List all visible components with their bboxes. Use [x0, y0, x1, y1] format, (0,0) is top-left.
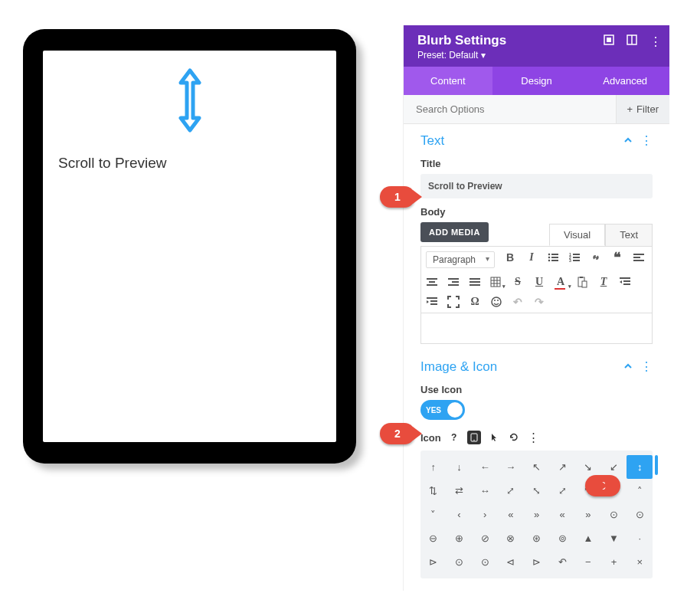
- textcolor-icon[interactable]: A▾: [555, 276, 567, 288]
- svg-rect-17: [633, 257, 640, 258]
- icon-cell[interactable]: ⇅: [420, 479, 447, 503]
- icon-cell[interactable]: ⤢: [549, 479, 575, 503]
- strike-icon[interactable]: S: [512, 276, 524, 288]
- filter-button[interactable]: + Filter: [616, 95, 669, 123]
- align-center-icon[interactable]: [426, 276, 438, 288]
- icon-cell[interactable]: ⤢: [498, 479, 524, 503]
- icon-cell[interactable]: ⊳: [524, 550, 550, 574]
- emoji-icon[interactable]: [490, 296, 502, 308]
- icon-cell[interactable]: ⊛: [524, 526, 550, 550]
- icon-cell[interactable]: ⊕: [447, 526, 473, 550]
- more-icon[interactable]: ⋮: [527, 431, 541, 444]
- expand-icon[interactable]: [604, 34, 614, 45]
- title-input[interactable]: [420, 174, 653, 198]
- icon-cell[interactable]: ⤡: [524, 479, 550, 503]
- icon-cell[interactable]: ⊚: [549, 526, 575, 550]
- icon-cell[interactable]: ↕: [627, 455, 653, 479]
- icon-cell[interactable]: ↑: [420, 455, 447, 479]
- more-icon[interactable]: ⋮: [649, 34, 660, 45]
- use-icon-toggle[interactable]: YES: [420, 400, 465, 420]
- icon-cell[interactable]: ⊙: [472, 550, 498, 574]
- svg-rect-38: [623, 283, 630, 285]
- icon-cell[interactable]: ⇄: [447, 479, 473, 503]
- icon-cell[interactable]: −: [575, 550, 601, 574]
- svg-rect-16: [633, 254, 644, 255]
- reset-icon[interactable]: [507, 431, 521, 444]
- icon-cell[interactable]: ↔: [472, 479, 498, 503]
- icon-cell[interactable]: ⊙: [601, 503, 627, 526]
- collapse-icon[interactable]: [623, 360, 633, 374]
- indent-icon[interactable]: [426, 296, 438, 308]
- scrollbar-thumb[interactable]: [655, 455, 658, 475]
- redo-icon[interactable]: ↷: [533, 296, 545, 308]
- clear-format-icon[interactable]: T: [597, 276, 610, 288]
- cursor-icon[interactable]: [487, 431, 501, 444]
- align-left-icon[interactable]: [633, 251, 645, 264]
- icon-cell[interactable]: ▲: [575, 526, 601, 550]
- section-more-icon[interactable]: ⋮: [640, 361, 653, 373]
- svg-text:3: 3: [569, 258, 571, 263]
- icon-cell[interactable]: ⊳: [420, 550, 447, 574]
- icon-cell[interactable]: ↖: [524, 455, 550, 479]
- outdent-icon[interactable]: [619, 276, 631, 288]
- tab-advanced[interactable]: Advanced: [581, 67, 669, 95]
- italic-icon[interactable]: I: [525, 251, 538, 264]
- icon-cell[interactable]: ⊲: [498, 550, 524, 574]
- table-icon[interactable]: ▾: [490, 276, 502, 288]
- ul-icon[interactable]: [547, 251, 559, 264]
- paragraph-select[interactable]: Paragraph: [426, 251, 495, 268]
- icon-cell[interactable]: →: [498, 455, 524, 479]
- collapse-icon[interactable]: [623, 134, 633, 148]
- icon-cell[interactable]: ×: [627, 550, 653, 574]
- search-input[interactable]: [404, 95, 616, 123]
- fullscreen-icon[interactable]: [447, 296, 460, 308]
- align-right-icon[interactable]: [447, 276, 460, 288]
- icon-cell[interactable]: ˅: [420, 503, 447, 526]
- icon-cell[interactable]: ·: [627, 526, 653, 550]
- underline-icon[interactable]: U: [533, 276, 545, 288]
- icon-cell[interactable]: ⊙: [447, 550, 473, 574]
- icon-cell[interactable]: ⊘: [472, 526, 498, 550]
- updown-arrow-icon: [175, 67, 205, 136]
- tablet-icon[interactable]: [467, 431, 481, 444]
- layout-icon[interactable]: [627, 34, 637, 45]
- quote-icon[interactable]: ❝: [611, 251, 623, 264]
- icon-cell[interactable]: »: [575, 503, 601, 526]
- body-field-label: Body: [420, 206, 653, 218]
- help-icon[interactable]: ?: [447, 431, 461, 444]
- ol-icon[interactable]: 123: [568, 251, 581, 264]
- svg-rect-28: [491, 277, 500, 287]
- icon-cell[interactable]: ↗: [549, 455, 575, 479]
- icon-cell[interactable]: ⊖: [420, 526, 447, 550]
- add-media-button[interactable]: ADD MEDIA: [420, 222, 489, 242]
- section-image-icon: Image & Icon ⋮ Use Icon YES Icon ? ⋮ ↑↓←…: [404, 356, 669, 591]
- icon-cell[interactable]: «: [549, 503, 575, 526]
- icon-cell[interactable]: ⊙: [627, 503, 653, 526]
- omega-icon[interactable]: Ω: [469, 296, 481, 308]
- icon-cell[interactable]: +: [601, 550, 627, 574]
- icon-cell[interactable]: ›: [472, 503, 498, 526]
- icon-cell[interactable]: ↓: [447, 455, 473, 479]
- section-more-icon[interactable]: ⋮: [640, 135, 653, 147]
- icon-cell[interactable]: ‹: [447, 503, 473, 526]
- icon-cell[interactable]: ↶: [549, 550, 575, 574]
- preset-select[interactable]: Preset: Default ▾: [417, 50, 656, 61]
- icon-cell[interactable]: ▼: [601, 526, 627, 550]
- editor-textarea[interactable]: [420, 313, 653, 344]
- tab-design[interactable]: Design: [492, 67, 581, 95]
- paste-icon[interactable]: [576, 276, 588, 288]
- icon-cell[interactable]: ←: [472, 455, 498, 479]
- tab-content[interactable]: Content: [404, 67, 492, 95]
- align-justify-icon[interactable]: [469, 276, 481, 288]
- icon-cell[interactable]: «: [498, 503, 524, 526]
- link-icon[interactable]: [590, 251, 602, 264]
- undo-icon[interactable]: ↶: [512, 296, 524, 308]
- icon-cell[interactable]: »: [524, 503, 550, 526]
- editor-tab-text[interactable]: Text: [605, 224, 653, 246]
- icon-cell[interactable]: ⊗: [498, 526, 524, 550]
- editor-tab-visual[interactable]: Visual: [549, 224, 605, 246]
- icon-label: Icon: [420, 432, 441, 444]
- icon-cell[interactable]: ˄: [627, 479, 653, 503]
- filter-label: Filter: [636, 103, 659, 115]
- bold-icon[interactable]: B: [504, 251, 516, 264]
